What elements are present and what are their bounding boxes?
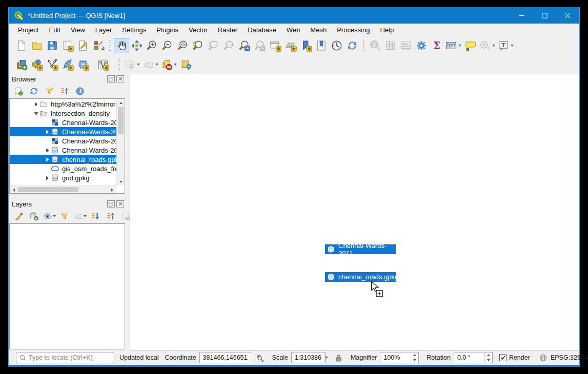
browser-item-chennai-wards-2011[interactable]: Chennai-Wards-2011 — [10, 136, 116, 146]
add-group-button[interactable] — [28, 210, 39, 222]
new-project-button[interactable] — [14, 38, 29, 53]
scale-combo[interactable]: 1:310386 — [291, 352, 326, 363]
render-checkbox[interactable] — [499, 354, 506, 361]
browser-item-intersection-density[interactable]: intersection_density — [10, 109, 116, 118]
processing-toolbox-button[interactable] — [414, 38, 429, 53]
collapse-all-button[interactable] — [58, 85, 70, 97]
menu-project[interactable]: Project — [13, 25, 44, 35]
toolbar-drag-handle[interactable] — [118, 58, 120, 71]
coordinate-input[interactable] — [200, 354, 251, 361]
pan-map-button[interactable] — [114, 38, 129, 53]
dropdown-arrow-icon[interactable] — [154, 57, 159, 72]
crs-status[interactable]: EPSG:32644 — [551, 354, 588, 361]
menu-processing[interactable]: Processing — [332, 25, 375, 35]
new-3d-map-view-button[interactable] — [283, 38, 298, 53]
menu-web[interactable]: Web — [281, 25, 306, 35]
open-project-button[interactable] — [29, 38, 45, 53]
scale-dropdown-arrow[interactable] — [325, 352, 328, 363]
new-geopackage-layer-button[interactable] — [29, 57, 45, 72]
expand-arrow-icon[interactable] — [44, 176, 51, 180]
panel-splitter[interactable] — [9, 195, 126, 199]
menu-plugins[interactable]: Plugins — [151, 25, 184, 35]
menu-help[interactable]: Help — [375, 25, 399, 35]
crs-globe-icon[interactable] — [538, 353, 548, 363]
run-feature-action-button[interactable] — [478, 38, 497, 53]
zoom-out-button[interactable] — [160, 38, 175, 53]
browser-close-button[interactable] — [116, 75, 124, 82]
select-by-value-button[interactable] — [178, 57, 194, 72]
manage-map-themes-button[interactable] — [43, 210, 55, 222]
minimize-button[interactable] — [510, 7, 533, 24]
layers-close-button[interactable] — [116, 200, 124, 207]
layer-properties-button[interactable]: i — [74, 85, 86, 97]
dropdown-arrow-icon[interactable] — [136, 57, 141, 72]
show-map-tips-button[interactable] — [463, 38, 478, 53]
filter-legend-button[interactable] — [58, 210, 70, 222]
new-print-layout-button[interactable] — [60, 38, 75, 53]
zoom-to-selection-button[interactable] — [206, 38, 221, 53]
filter-by-expression-button[interactable]: ε — [74, 210, 86, 222]
expand-arrow-icon[interactable] — [44, 148, 51, 153]
menu-database[interactable]: Database — [242, 25, 281, 35]
new-spatial-bookmark-button[interactable] — [298, 38, 314, 53]
identify-features-button[interactable]: i — [368, 38, 383, 53]
zoom-to-layer-button[interactable] — [191, 38, 206, 53]
dropdown-arrow-icon[interactable] — [173, 57, 178, 72]
dropdown-arrow-icon[interactable] — [53, 211, 56, 221]
style-manager-button[interactable]: a — [91, 38, 106, 53]
pan-to-selection-button[interactable] — [129, 38, 145, 53]
layers-list-empty[interactable] — [9, 223, 125, 349]
menu-edit[interactable]: Edit — [44, 25, 65, 35]
locate-input[interactable] — [29, 354, 111, 361]
zoom-next-button[interactable] — [252, 38, 268, 53]
zoom-last-button[interactable] — [237, 38, 252, 53]
browser-item-gis-osm-roads-free-1[interactable]: gis_osm_roads_free_1 — [10, 164, 116, 173]
zoom-full-button[interactable] — [175, 38, 191, 53]
maximize-button[interactable] — [533, 7, 556, 24]
rotation-spinbox[interactable]: 0.0 ° — [454, 352, 493, 363]
browser-float-button[interactable] — [107, 75, 115, 82]
scroll-down-button[interactable] — [117, 178, 125, 185]
refresh-map-button[interactable] — [344, 38, 360, 53]
filter-browser-button[interactable] — [43, 85, 55, 97]
magnifier-down-button[interactable] — [411, 358, 418, 363]
open-data-source-manager-button[interactable] — [14, 57, 29, 72]
refresh-browser-button[interactable] — [28, 85, 39, 97]
toolbar-drag-handle[interactable] — [109, 39, 111, 52]
text-annotation-button[interactable]: T — [497, 38, 515, 53]
rotation-up-button[interactable] — [485, 352, 492, 358]
add-selected-layers-button[interactable] — [12, 85, 24, 97]
open-attribute-table-button[interactable] — [383, 38, 398, 53]
locate-search[interactable] — [16, 352, 114, 363]
browser-item-chennai-wards-2011[interactable]: Chennai-Wards-2011 — [10, 146, 116, 155]
select-features-button[interactable] — [123, 57, 141, 72]
collapse-all-button[interactable] — [105, 210, 116, 222]
scroll-right-button[interactable] — [108, 186, 116, 194]
menu-raster[interactable]: Raster — [213, 25, 242, 35]
menu-vector[interactable]: Vector — [184, 25, 213, 35]
measure-line-button[interactable] — [444, 38, 463, 53]
zoom-native-resolution-button[interactable]: 1:1 — [221, 38, 237, 53]
dropdown-arrow-icon[interactable] — [457, 38, 462, 53]
deselect-all-layers-button[interactable] — [160, 57, 178, 72]
open-layer-styling-button[interactable] — [12, 210, 24, 222]
new-shapefile-layer-button[interactable] — [45, 57, 60, 72]
toolbar-drag-handle[interactable] — [362, 39, 365, 52]
vertical-scroll-thumb[interactable] — [118, 107, 124, 134]
temporal-controller-button[interactable] — [329, 38, 344, 53]
horizontal-scroll-thumb[interactable] — [18, 187, 78, 192]
dropdown-arrow-icon[interactable] — [491, 38, 496, 53]
zoom-in-button[interactable] — [145, 38, 160, 53]
new-map-view-button[interactable] — [268, 38, 283, 53]
menu-view[interactable]: View — [66, 25, 90, 35]
collapse-arrow-icon[interactable] — [32, 111, 39, 116]
expand-arrow-icon[interactable] — [44, 130, 51, 134]
scroll-up-button[interactable] — [117, 99, 125, 107]
browser-item-chennai-roads-gpkg[interactable]: chennai_roads.gpkg — [10, 155, 116, 164]
dropdown-arrow-icon[interactable] — [84, 211, 87, 221]
new-temporary-scratch-layer-button[interactable] — [60, 57, 75, 72]
expand-arrow-icon[interactable] — [32, 102, 39, 107]
browser-item-http-3a-2f-2fmirrors-1[interactable]: http%3a%2f%2fmirrors.1 — [10, 99, 116, 109]
select-by-expression-button[interactable]: ε — [141, 57, 160, 72]
show-layout-manager-button[interactable] — [75, 38, 91, 53]
